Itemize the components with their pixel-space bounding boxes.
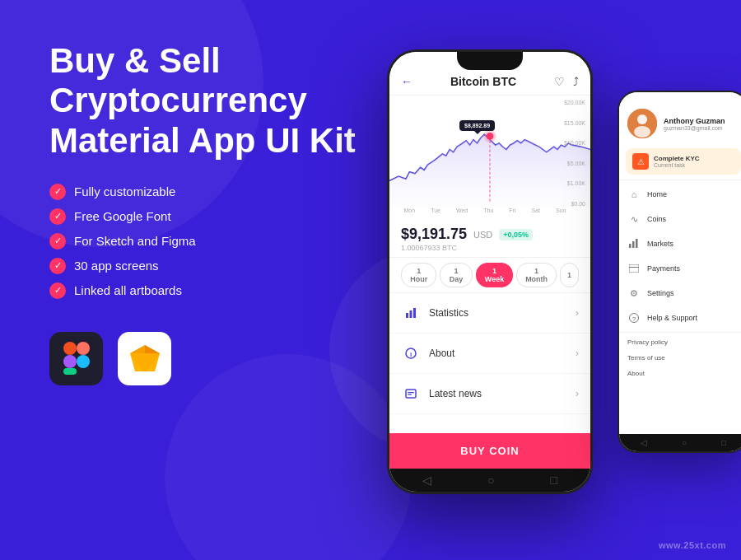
privacy-link[interactable]: Privacy policy [619,334,741,350]
feature-item: ✓ Free Google Font [49,208,362,225]
home-nav[interactable]: ○ [487,474,494,487]
filter-1week[interactable]: 1 Week [476,263,513,287]
left-panel: Buy & SellCryptocurrencyMaterial App UI … [49,41,362,385]
back-nav2[interactable]: ◁ [641,438,647,447]
chart-tooltip: $8,892.89 [459,120,495,131]
filter-1day[interactable]: 1 Day [440,263,472,287]
price-section: $9,191.75 USD +0,05% 1.00067933 BTC [389,219,590,258]
divider [619,180,741,180]
feature-item: ✓ Linked all artboards [49,282,362,299]
check-icon: ✓ [49,184,66,200]
filter-1month[interactable]: 1 Month [516,263,557,287]
markets-label: Markets [647,240,673,248]
price-chart [389,100,590,208]
nav-coins[interactable]: ∿ Coins [619,207,741,231]
svg-rect-18 [408,392,414,393]
payments-icon [627,262,641,275]
share-icon[interactable]: ⤴ [573,75,579,88]
nav-home[interactable]: ⌂ Home [619,182,741,207]
buy-coin-button[interactable]: BUY COIN [389,433,590,469]
terms-link[interactable]: Terms of use [619,350,741,366]
svg-rect-23 [629,244,631,248]
phone-notch [457,52,523,70]
check-icon: ✓ [49,282,66,299]
time-filters: 1 Hour 1 Day 1 Week 1 Month 1 [389,258,590,293]
recent-nav[interactable]: □ [551,474,557,487]
svg-text:i: i [410,351,412,358]
svg-point-4 [77,355,90,368]
feature-item: ✓ 30 app screens [49,258,362,274]
nav-settings[interactable]: ⚙ Settings [619,281,741,306]
settings-label: Settings [647,289,674,297]
figma-logo [49,332,103,385]
chart-area: $8,892.89 $20.00K $15.00K $10.00K $5.00K… [389,96,590,219]
settings-icon: ⚙ [627,287,641,300]
coins-icon: ∿ [627,212,641,226]
filter-1hour[interactable]: 1 Hour [401,263,436,287]
coin-title: Bitcoin BTC [450,75,516,88]
nav-markets[interactable]: Markets [619,231,741,256]
divider [619,332,741,333]
svg-point-11 [483,130,496,142]
features-list: ✓ Fully customizable ✓ Free Google Font … [49,184,362,299]
svg-rect-3 [63,368,77,375]
phone-main: ← Bitcoin BTC ♡ ⤴ $8,892.89 $20.00K $15.… [387,49,593,494]
price-btc: 1.00067933 BTC [401,244,579,252]
price-currency: USD [473,230,492,240]
price-change-badge: +0,05% [499,229,533,240]
check-icon: ✓ [49,258,66,274]
filter-1[interactable]: 1 [560,263,579,287]
svg-rect-12 [406,313,408,318]
svg-rect-2 [63,355,77,368]
kyc-info: Complete KYC Current task [654,155,700,168]
statistics-icon [401,303,421,323]
user-email: guzman33@gmail.com [664,125,739,131]
back-button[interactable]: ← [401,75,412,88]
user-header: Anthony Guzman guzman33@gmail.com [619,92,741,145]
svg-point-21 [637,114,647,124]
tool-logos [49,332,362,385]
secondary-bottom-bar: ◁ ○ □ [619,434,741,451]
svg-rect-0 [63,342,77,355]
header-icons: ♡ ⤴ [554,75,579,88]
user-info: Anthony Guzman guzman33@gmail.com [664,117,739,131]
kyc-subtitle: Current task [654,162,700,168]
kyc-title: Complete KYC [654,155,700,162]
price-value: $9,191.75 [401,226,467,243]
phone-screen: ← Bitcoin BTC ♡ ⤴ $8,892.89 $20.00K $15.… [389,52,590,492]
recent-nav2[interactable]: □ [721,438,726,447]
home-icon: ⌂ [627,188,641,201]
menu-items: Statistics › i About › [389,293,590,433]
svg-rect-1 [77,342,90,355]
svg-rect-26 [629,264,639,273]
latest-news-item[interactable]: Latest news › [389,374,590,414]
back-nav[interactable]: ◁ [422,474,431,487]
home-label: Home [647,190,667,198]
chevron-icon: › [576,388,579,399]
about-link[interactable]: About [619,366,741,381]
phone-secondary: Anthony Guzman guzman33@gmail.com ⚠ Comp… [618,91,741,453]
svg-rect-14 [413,308,416,318]
nav-payments[interactable]: Payments [619,256,741,281]
svg-rect-17 [406,390,416,398]
statistics-label: Statistics [429,307,468,319]
statistics-item[interactable]: Statistics › [389,293,590,334]
price-row: $9,191.75 USD +0,05% [401,226,579,243]
phone-bottom-bar: ◁ ○ □ [389,469,590,492]
chevron-icon: › [576,307,579,319]
markets-icon [627,237,641,250]
about-item[interactable]: i About › [389,334,590,374]
feature-text: 30 app screens [74,259,159,273]
nav-help[interactable]: ? Help & Support [619,306,741,330]
user-name: Anthony Guzman [664,117,739,125]
chart-y-labels: $20.00K $15.00K $10.00K $5.00K $1.00K $0… [564,100,585,207]
help-label: Help & Support [647,314,697,322]
feature-text: Fully customizable [74,184,175,198]
kyc-alert[interactable]: ⚠ Complete KYC Current task [626,148,741,175]
home-nav2[interactable]: ○ [682,438,687,447]
user-avatar [627,109,657,138]
watermark: www.25xt.com [659,540,726,550]
heart-icon[interactable]: ♡ [554,75,565,88]
svg-rect-25 [636,239,638,248]
check-icon: ✓ [49,233,66,250]
